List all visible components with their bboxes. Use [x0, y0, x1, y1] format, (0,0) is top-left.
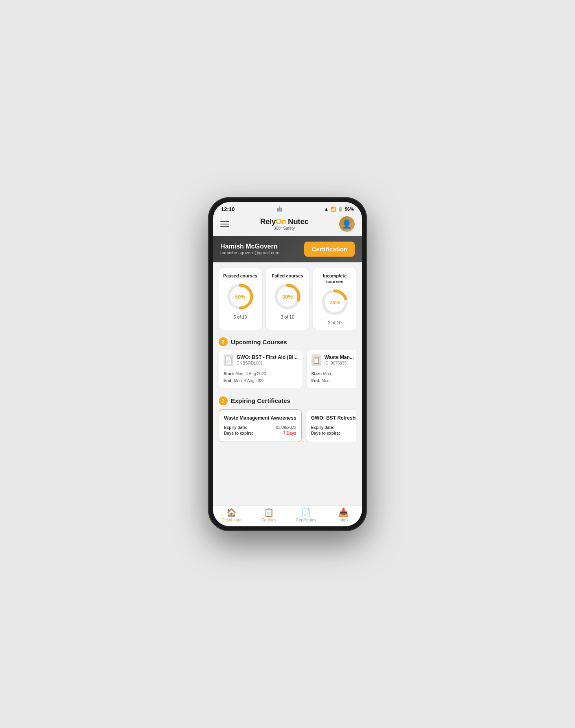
courses-row: 📄 GWO: BST - First Aid (Bl... CNBSRDL001…	[219, 350, 356, 388]
cert-days-0: Days to expire: 7 Days	[224, 431, 296, 435]
app-logo: RelyOn Nutec	[260, 217, 309, 226]
course-id-0: CNBSRDL001	[237, 361, 298, 365]
donut-incomplete: 20%	[320, 288, 349, 317]
cert-days-1: Days to expire: 56 Days	[311, 431, 356, 435]
cert-name-1: GWO: BST Refresher - First Aid (Blended …	[311, 415, 356, 422]
cert-expiry-0: Expiry date: 03/08/2023	[224, 425, 296, 430]
donut-passed: 50%	[226, 282, 255, 311]
nav-icon-certificates: 📄	[301, 508, 311, 517]
nav-icon-courses: 📋	[264, 508, 274, 517]
battery-icon: 🔋	[338, 207, 343, 212]
stat-count-failed: 3 of 10	[281, 315, 294, 319]
cert-expiry-label-0: Expiry date:	[224, 425, 247, 430]
status-time: 12:10	[221, 206, 235, 212]
stat-card-failed[interactable]: Failed courses 30% 3 of 10	[266, 268, 309, 330]
nav-item-inbox[interactable]: 📥 Inbox	[325, 508, 362, 522]
cert-days-value-0: 7 Days	[283, 431, 296, 435]
nav-icon-inbox: 📥	[338, 508, 349, 517]
cert-card-0[interactable]: Waste Management Awareness Expiry date: …	[219, 409, 302, 442]
stat-percent-passed: 50%	[235, 293, 246, 299]
stat-percent-failed: 30%	[282, 293, 293, 299]
stat-count-incomplete: 2 of 10	[328, 320, 342, 325]
wifi-icon: ▲	[324, 207, 329, 211]
avatar[interactable]: 👤	[339, 216, 355, 232]
stat-count-passed: 5 of 10	[233, 315, 247, 319]
hamburger-menu[interactable]	[220, 221, 229, 227]
stat-card-incomplete[interactable]: Incomplete courses 20% 2 of 10	[313, 268, 356, 330]
course-title-0: GWO: BST - First Aid (Bl...	[237, 354, 298, 361]
user-name: Hamish McGovern	[220, 243, 279, 250]
course-title-1: Waste Man...	[325, 354, 354, 361]
profile-info: Hamish McGovern hamishmcgovern@gmail.com	[220, 243, 279, 255]
upcoming-courses-section: 3 Upcoming Courses 📄 GWO: BST - First Ai…	[213, 332, 362, 391]
nav-label-certificates: Certificates	[296, 518, 316, 522]
nav-label-dashboard: Dashboard	[222, 518, 241, 522]
battery-percent: 96%	[345, 207, 354, 211]
nav-item-courses[interactable]: 📋 Courses	[250, 508, 288, 522]
course-card-1[interactable]: 📋 Waste Man... ID: 9678835 Start: Mon, E…	[307, 350, 356, 388]
nav-icon-dashboard: 🏠	[226, 508, 237, 517]
course-card-header-1: 📋 Waste Man... ID: 9678835	[312, 354, 356, 368]
expiring-header: 3 Expiring Certificates	[219, 396, 356, 405]
course-card-header-0: 📄 GWO: BST - First Aid (Bl... CNBSRDL001	[224, 354, 298, 368]
upcoming-header: 3 Upcoming Courses	[219, 337, 356, 346]
stat-percent-incomplete: 20%	[329, 299, 340, 306]
nav-item-dashboard[interactable]: 🏠 Dashboard	[213, 508, 250, 522]
phone-screen: 12:10 🤖 ▲ 📶 🔋 96% RelyOn Nutec 360° Safe…	[213, 202, 362, 526]
status-icons: ▲ 📶 🔋 96%	[324, 207, 354, 212]
profile-banner: Hamish McGovern hamishmcgovern@gmail.com…	[213, 236, 362, 262]
stats-row: Passed courses 50% 5 of 10 Failed cour	[219, 268, 356, 330]
stat-title-failed: Failed courses	[272, 273, 303, 279]
stat-card-passed[interactable]: Passed courses 50% 5 of 10	[219, 268, 262, 330]
upcoming-badge: 3	[219, 337, 228, 346]
cert-cards-row: Waste Management Awareness Expiry date: …	[219, 409, 356, 442]
stats-section: Passed courses 50% 5 of 10 Failed cour	[213, 262, 362, 333]
upcoming-title: Upcoming Courses	[231, 339, 287, 345]
signal-icon: 📶	[330, 207, 336, 212]
course-doc-icon-1: 📋	[312, 354, 321, 366]
course-dates-0: Start: Mon, 4 Aug 2023 End: Mon, 4 Aug 2…	[224, 370, 298, 384]
logo-area: RelyOn Nutec 360° Safety	[260, 217, 309, 231]
stat-title-passed: Passed courses	[223, 273, 257, 279]
nav-label-courses: Courses	[261, 518, 277, 522]
bottom-nav: 🏠 Dashboard 📋 Courses 📄 Certificates 📥 I…	[213, 506, 362, 526]
stat-title-incomplete: Incomplete courses	[317, 273, 352, 285]
app-header: RelyOn Nutec 360° Safety 👤	[213, 214, 362, 236]
expiring-certs-section: 3 Expiring Certificates Waste Management…	[213, 391, 362, 446]
donut-failed: 30%	[273, 282, 302, 311]
course-dates-1: Start: Mon, End: Mon,	[312, 370, 356, 384]
main-content: Passed courses 50% 5 of 10 Failed cour	[213, 262, 362, 506]
cert-days-label-0: Days to expire:	[224, 431, 253, 435]
nav-item-certificates[interactable]: 📄 Certificates	[288, 508, 325, 522]
user-email: hamishmcgovern@gmail.com	[220, 250, 279, 255]
app-tagline: 360° Safety	[260, 226, 309, 231]
course-card-0[interactable]: 📄 GWO: BST - First Aid (Bl... CNBSRDL001…	[219, 350, 303, 388]
status-bar: 12:10 🤖 ▲ 📶 🔋 96%	[213, 202, 362, 214]
cert-expiry-value-0: 03/08/2023	[276, 425, 296, 430]
cert-name-0: Waste Management Awareness	[224, 415, 296, 422]
cert-card-1[interactable]: GWO: BST Refresher - First Aid (Blended …	[306, 409, 356, 442]
status-icon-android: 🤖	[277, 206, 283, 212]
expiring-badge: 3	[219, 396, 228, 405]
expiring-title: Expiring Certificates	[231, 397, 290, 404]
cert-expiry-label-1: Expiry date:	[311, 425, 334, 430]
phone-device: 12:10 🤖 ▲ 📶 🔋 96% RelyOn Nutec 360° Safe…	[208, 197, 367, 531]
cert-expiry-1: Expiry date: 05/12/2023	[311, 425, 356, 430]
course-doc-icon-0: 📄	[224, 354, 233, 366]
nav-label-inbox: Inbox	[338, 518, 348, 522]
certification-button[interactable]: Certification	[304, 242, 355, 257]
cert-days-label-1: Days to expire:	[311, 431, 340, 435]
course-id-1: ID: 9678835	[325, 361, 354, 365]
